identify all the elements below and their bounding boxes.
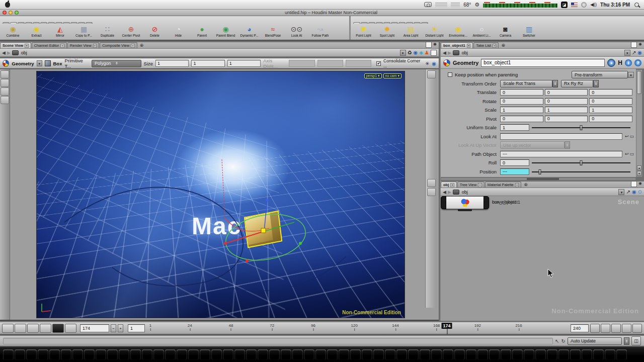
help-sphere-icon[interactable]: ◉	[432, 61, 436, 66]
viewport-tool-icon[interactable]	[1, 164, 9, 172]
viewport-display-icon[interactable]	[427, 79, 436, 87]
shelf-tool[interactable]: ◕ Dynamic P...	[237, 25, 261, 37]
network-editor[interactable]: Scene box_object1 curve_object1	[441, 196, 644, 321]
dock-app-icon[interactable]	[558, 349, 569, 360]
viewport-tool-icon[interactable]	[1, 96, 9, 104]
y-axis-handle[interactable]	[264, 222, 294, 231]
path-dropdown-icon[interactable]: ▾	[400, 50, 406, 56]
shelf-tool[interactable]: ● Parent	[190, 25, 214, 37]
size-x-field[interactable]: 1	[155, 60, 189, 67]
shelf-tool[interactable]: ⊕ Center Pivot	[119, 25, 143, 37]
viewport-tool-icon[interactable]	[1, 122, 9, 130]
dock-app-icon[interactable]	[408, 349, 419, 360]
viewport-tool-icon[interactable]	[1, 113, 9, 121]
viewport-tool-icon[interactable]	[1, 190, 9, 198]
dock-app-icon[interactable]	[153, 349, 164, 360]
dock-app-icon[interactable]	[593, 349, 604, 360]
playbar-option-button[interactable]	[601, 324, 610, 333]
minimize-window-button[interactable]	[9, 11, 13, 15]
dock-app-icon[interactable]	[304, 349, 314, 360]
refresh-icon[interactable]: ↻	[561, 338, 566, 344]
pane-menu-icon[interactable]: ◉	[433, 42, 437, 48]
dock-app-icon[interactable]	[96, 349, 106, 360]
shelf-tool[interactable]: ▦ Copy to P...	[72, 25, 96, 37]
pane-tab[interactable]: Scene View ×	[0, 42, 31, 48]
network-path-icon[interactable]	[453, 190, 459, 195]
scroll-down-icon[interactable]: ▼	[637, 171, 641, 176]
dock-app-icon[interactable]	[454, 349, 465, 360]
dock-app-icon[interactable]	[84, 349, 95, 360]
playbar-option-button[interactable]	[590, 324, 600, 333]
scroll-up-icon[interactable]: ▲	[637, 165, 641, 170]
dock-app-icon[interactable]	[234, 349, 245, 360]
maximize-pane-icon[interactable]	[426, 42, 432, 48]
playhead[interactable]: 174	[442, 323, 452, 329]
frame-decrement-button[interactable]: −	[111, 324, 116, 332]
sphere-icon[interactable]: ◉	[632, 189, 636, 195]
info-icon[interactable]: i	[625, 59, 632, 66]
range-start-field[interactable]: 1	[128, 324, 145, 332]
pretransform-dropdown-icon[interactable]: ▾	[628, 72, 634, 78]
transport-button[interactable]	[2, 324, 14, 333]
pane-tab[interactable]: Composite View ×	[100, 42, 137, 48]
position-slider[interactable]	[532, 169, 630, 174]
network-path-icon[interactable]	[453, 50, 459, 55]
dock-app-icon[interactable]	[281, 349, 291, 360]
pane-tab[interactable]: obj ×	[441, 182, 457, 188]
z-axis-handle[interactable]	[264, 200, 267, 231]
network-path[interactable]: obj	[461, 190, 468, 195]
dock-app-icon[interactable]	[489, 349, 500, 360]
lookat-field[interactable]	[500, 133, 622, 140]
viewport-display-icon[interactable]	[427, 143, 436, 151]
dock-app-icon[interactable]	[292, 349, 303, 360]
shelf-tool[interactable]: ↝ Follow Path	[308, 25, 332, 37]
x-axis-handle[interactable]	[225, 231, 264, 243]
gear-icon[interactable]: ⚙	[474, 2, 479, 8]
time-machine-icon[interactable]	[581, 2, 587, 8]
rotate-order-select[interactable]: Rx Ry Rz	[561, 80, 593, 87]
transport-button[interactable]	[27, 324, 39, 333]
shelf-tab[interactable]	[383, 22, 390, 24]
keep-position-checkbox[interactable]	[448, 72, 452, 77]
dock-app-icon[interactable]	[466, 349, 476, 360]
parameter-field-y[interactable]: 0	[545, 98, 588, 105]
dock-app-icon[interactable]	[61, 349, 71, 360]
pin-icon[interactable]: ↗	[632, 50, 636, 55]
shelf-tab[interactable]	[25, 22, 32, 24]
dock-app-icon[interactable]	[373, 349, 384, 360]
shelf-tool[interactable]: ◔ Hide	[167, 25, 190, 37]
dock-app-icon[interactable]	[396, 349, 407, 360]
network-path-icon[interactable]	[12, 50, 19, 55]
op-chooser-icon[interactable]: ▭	[629, 134, 634, 139]
back-icon[interactable]: ◀	[443, 190, 446, 195]
search-icon[interactable]: ⊙	[638, 189, 642, 195]
new-pane-tab-button[interactable]: ⊕	[501, 43, 505, 48]
pane-tab[interactable]: Take List ×	[473, 42, 499, 48]
parameter-field-y[interactable]: 0	[545, 89, 588, 96]
dock-app-icon[interactable]	[26, 349, 37, 360]
handle-point[interactable]	[299, 242, 302, 245]
zoom-window-button[interactable]	[15, 11, 19, 15]
close-tab-icon[interactable]: ×	[493, 44, 497, 48]
shelf-tab[interactable]	[18, 22, 25, 24]
parameter-field-y[interactable]: 0	[545, 116, 588, 122]
playbar-option-button[interactable]	[622, 324, 631, 333]
shelf-tool[interactable]: ▥ Switcher	[517, 25, 541, 37]
current-frame-field[interactable]: 174	[80, 324, 109, 332]
transform-order-select[interactable]: Scale Rot Trans	[500, 80, 552, 87]
transport-button[interactable]	[40, 324, 51, 333]
dock-app-icon[interactable]	[339, 349, 349, 360]
dock-app-icon[interactable]	[269, 349, 280, 360]
memory-manager-icon[interactable]: ◫	[631, 336, 641, 345]
path-object-field[interactable]: ---	[500, 151, 622, 157]
param-horizontal-scrollbar[interactable]	[441, 177, 636, 180]
maximize-pane-icon[interactable]	[631, 42, 637, 48]
parameter-field-x[interactable]: 0	[500, 89, 543, 96]
shelf-tool[interactable]: ✹ Spot Light	[375, 25, 399, 37]
viewport-tool-icon[interactable]	[1, 139, 9, 147]
shelf-tool[interactable]: ✺ Point Light	[352, 25, 375, 37]
dock-app-icon[interactable]	[605, 349, 615, 360]
dock-app-icon[interactable]	[165, 349, 176, 360]
curve-object-path[interactable]	[228, 256, 346, 291]
dock-app-icon[interactable]	[223, 349, 233, 360]
